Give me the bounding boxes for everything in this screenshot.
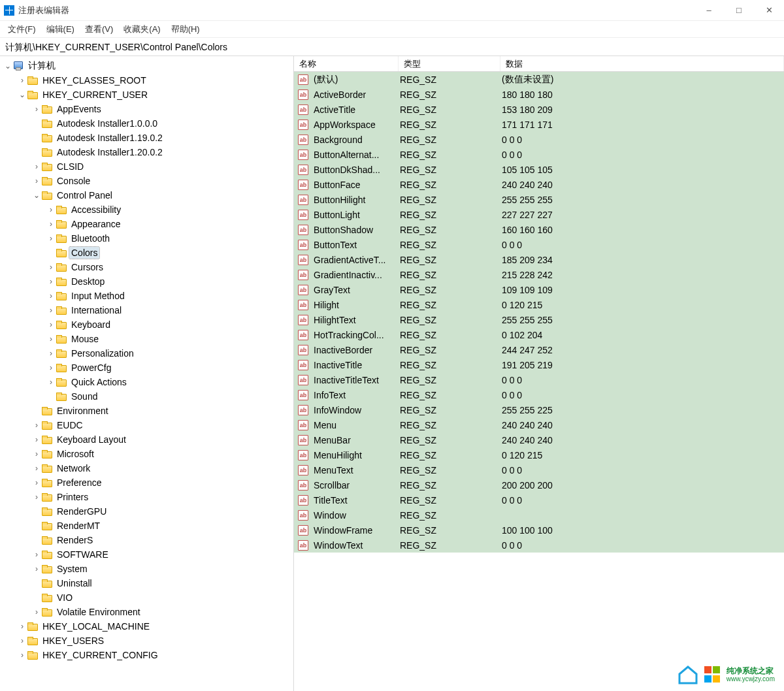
tree-controlpanel-child[interactable]: Colors — [3, 246, 293, 260]
tree-label[interactable]: Autodesk Installer1.20.0.2 — [55, 146, 165, 158]
tree-label[interactable]: Appearance — [69, 218, 123, 230]
value-row[interactable]: ScrollbarREG_SZ200 200 200 — [294, 477, 784, 492]
value-row[interactable]: ButtonShadowREG_SZ160 160 160 — [294, 222, 784, 237]
tree-controlpanel-child[interactable]: ›Mouse — [3, 332, 293, 346]
tree-label[interactable]: EUDC — [55, 419, 85, 431]
tree-label[interactable]: Keyboard Layout — [55, 434, 128, 445]
tree-hkcu-child[interactable]: Autodesk Installer1.20.0.2 — [3, 145, 293, 159]
tree-hkcu-child[interactable]: ›Network — [3, 461, 293, 475]
tree-hkcu-child[interactable]: ›EUDC — [3, 418, 293, 432]
tree-hkcu-child[interactable]: ›Volatile Environment — [3, 605, 293, 619]
tree-label[interactable]: Environment — [55, 405, 110, 417]
tree-label[interactable]: Quick Actions — [69, 376, 129, 388]
tree-root-computer[interactable]: ⌄计算机 — [3, 59, 293, 73]
tree-hkcu-child[interactable]: Environment — [3, 404, 293, 418]
tree-hkcu-child[interactable]: ⌄Control Panel — [3, 188, 293, 202]
column-header-data[interactable]: 数据 — [500, 56, 784, 71]
column-header-name[interactable]: 名称 — [294, 56, 399, 71]
tree-hkey-current-config[interactable]: ›HKEY_CURRENT_CONFIG — [3, 648, 293, 662]
tree-label[interactable]: 计算机 — [26, 59, 57, 72]
tree-label[interactable]: Autodesk Installer1.0.0.0 — [55, 118, 159, 129]
value-row[interactable]: HotTrackingCol...REG_SZ0 102 204 — [294, 327, 784, 342]
value-row[interactable]: TitleTextREG_SZ0 0 0 — [294, 492, 784, 507]
tree-hkcu-child[interactable]: ›System — [3, 562, 293, 576]
tree-hkcu-child[interactable]: ›Microsoft — [3, 447, 293, 461]
tree-label[interactable]: Input Method — [69, 290, 127, 302]
value-row[interactable]: InactiveTitleTextREG_SZ0 0 0 — [294, 372, 784, 387]
value-row[interactable]: GradientActiveT...REG_SZ185 209 234 — [294, 252, 784, 267]
value-row[interactable]: GrayTextREG_SZ109 109 109 — [294, 282, 784, 297]
value-row[interactable]: (默认)REG_SZ(数值未设置) — [294, 72, 784, 87]
value-row[interactable]: ButtonAlternat...REG_SZ0 0 0 — [294, 147, 784, 162]
tree-controlpanel-child[interactable]: ›International — [3, 303, 293, 317]
chevron-right-icon[interactable]: › — [46, 377, 56, 387]
chevron-right-icon[interactable]: › — [46, 334, 56, 344]
tree-hkey-users[interactable]: ›HKEY_USERS — [3, 634, 293, 648]
list-pane[interactable]: 名称 类型 数据 (默认)REG_SZ(数值未设置)ActiveBorderRE… — [294, 56, 784, 691]
value-row[interactable]: MenuHilightREG_SZ0 120 215 — [294, 447, 784, 462]
tree-controlpanel-child[interactable]: Sound — [3, 389, 293, 404]
tree-hkcu-child[interactable]: ›Preference — [3, 475, 293, 490]
tree-label[interactable]: Desktop — [69, 276, 106, 287]
value-row[interactable]: MenuTextREG_SZ0 0 0 — [294, 462, 784, 477]
chevron-right-icon[interactable]: › — [46, 262, 56, 272]
tree-controlpanel-child[interactable]: ›Quick Actions — [3, 375, 293, 389]
tree-hkcu-child[interactable]: Uninstall — [3, 576, 293, 590]
chevron-right-icon[interactable]: › — [31, 564, 42, 574]
tree-label[interactable]: Preference — [55, 477, 103, 489]
tree-label[interactable]: International — [69, 304, 123, 316]
chevron-right-icon[interactable]: › — [46, 348, 56, 359]
tree-label[interactable]: RenderS — [55, 534, 95, 546]
chevron-right-icon[interactable]: › — [17, 75, 27, 86]
tree-hkcu-child[interactable]: ›AppEvents — [3, 102, 293, 116]
value-row[interactable]: MenuREG_SZ240 240 240 — [294, 417, 784, 432]
tree-label[interactable]: Volatile Environment — [55, 606, 142, 618]
chevron-right-icon[interactable]: › — [46, 204, 56, 215]
value-row[interactable]: InactiveTitleREG_SZ191 205 219 — [294, 357, 784, 372]
tree-controlpanel-child[interactable]: ›Cursors — [3, 260, 293, 274]
tree-controlpanel-child[interactable]: ›Appearance — [3, 217, 293, 231]
value-row[interactable]: HilightTextREG_SZ255 255 255 — [294, 312, 784, 327]
value-row[interactable]: GradientInactiv...REG_SZ215 228 242 — [294, 267, 784, 282]
tree-label[interactable]: AppEvents — [55, 103, 103, 115]
tree-label[interactable]: HKEY_USERS — [41, 635, 106, 647]
value-row[interactable]: MenuBarREG_SZ240 240 240 — [294, 432, 784, 447]
tree-label[interactable]: Personalization — [69, 347, 136, 359]
value-row[interactable]: BackgroundREG_SZ0 0 0 — [294, 132, 784, 147]
tree-label[interactable]: Network — [55, 462, 92, 474]
tree-controlpanel-child[interactable]: ›Input Method — [3, 289, 293, 303]
chevron-right-icon[interactable]: › — [17, 650, 27, 660]
tree-label[interactable]: Autodesk Installer1.19.0.2 — [55, 132, 165, 144]
column-header-type[interactable]: 类型 — [399, 56, 500, 71]
tree-label[interactable]: Bluetooth — [69, 233, 112, 244]
tree-label[interactable]: Accessibility — [69, 204, 123, 216]
value-row[interactable]: ActiveTitleREG_SZ153 180 209 — [294, 102, 784, 117]
maximize-button[interactable]: □ — [724, 0, 754, 21]
tree-controlpanel-child[interactable]: ›Bluetooth — [3, 231, 293, 246]
tree-label[interactable]: VIO — [55, 592, 74, 603]
tree-hkey-classes-root[interactable]: ›HKEY_CLASSES_ROOT — [3, 73, 293, 88]
value-row[interactable]: InfoWindowREG_SZ255 255 225 — [294, 402, 784, 417]
chevron-right-icon[interactable]: › — [31, 434, 42, 445]
value-row[interactable]: ActiveBorderREG_SZ180 180 180 — [294, 87, 784, 102]
tree-label[interactable]: Microsoft — [55, 448, 96, 460]
menu-help[interactable]: 帮助(H) — [167, 22, 204, 37]
chevron-right-icon[interactable]: › — [46, 276, 56, 287]
chevron-right-icon[interactable]: › — [46, 219, 56, 229]
chevron-right-icon[interactable]: › — [31, 104, 42, 114]
tree-label[interactable]: Colors — [69, 247, 99, 259]
menu-favorites[interactable]: 收藏夹(A) — [120, 22, 164, 37]
chevron-down-icon[interactable]: ⌄ — [3, 61, 13, 71]
tree-controlpanel-child[interactable]: ›Accessibility — [3, 202, 293, 217]
chevron-right-icon[interactable]: › — [31, 477, 42, 488]
value-row[interactable]: InfoTextREG_SZ0 0 0 — [294, 387, 784, 402]
tree-label[interactable]: Mouse — [69, 333, 101, 345]
tree-hkcu-child[interactable]: Autodesk Installer1.0.0.0 — [3, 116, 293, 131]
menu-view[interactable]: 查看(V) — [81, 22, 117, 37]
tree-label[interactable]: Uninstall — [55, 577, 94, 589]
tree-hkcu-child[interactable]: ›Keyboard Layout — [3, 432, 293, 447]
chevron-right-icon[interactable]: › — [31, 492, 42, 502]
tree-hkcu-child[interactable]: RenderMT — [3, 519, 293, 533]
tree-label[interactable]: PowerCfg — [69, 362, 113, 374]
chevron-right-icon[interactable]: › — [46, 233, 56, 244]
